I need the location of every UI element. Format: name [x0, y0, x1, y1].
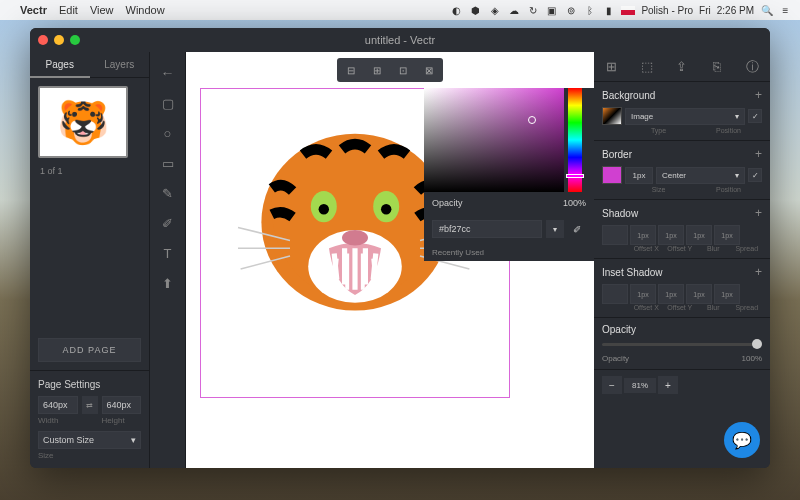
- pencil-tool-icon[interactable]: ✐: [155, 210, 181, 236]
- clock-time[interactable]: 2:26 PM: [717, 5, 754, 16]
- minimize-window-icon[interactable]: [54, 35, 64, 45]
- shadow-offset-x-input[interactable]: 1px: [630, 225, 656, 245]
- recently-used-label: Recently Used: [424, 244, 594, 261]
- zoom-value[interactable]: 81%: [624, 378, 656, 393]
- opacity-slider[interactable]: [602, 343, 762, 346]
- add-shadow-icon[interactable]: +: [755, 206, 762, 220]
- inset-shadow-color-swatch[interactable]: [602, 284, 628, 304]
- background-swatch[interactable]: [602, 107, 622, 125]
- keyboard-layout[interactable]: Polish - Pro: [641, 5, 693, 16]
- page-settings-title: Page Settings: [38, 379, 141, 390]
- shadow-color-swatch[interactable]: [602, 225, 628, 245]
- chevron-down-icon: ▾: [131, 435, 136, 445]
- color-picker: Opacity 100% #bf27cc ▾ ✐ Recently Used: [424, 88, 594, 261]
- size-preset-select[interactable]: Custom Size▾: [38, 431, 141, 449]
- clock-day[interactable]: Fri: [699, 5, 711, 16]
- bluetooth-icon[interactable]: ᛒ: [583, 4, 596, 17]
- align-middle-icon[interactable]: ⊡: [391, 60, 415, 80]
- aspect-lock-icon[interactable]: ⇄: [82, 396, 98, 414]
- saturation-cursor-icon[interactable]: [528, 116, 536, 124]
- opacity-percent: 100%: [742, 354, 762, 363]
- wifi-icon[interactable]: ⊚: [564, 4, 577, 17]
- add-inset-shadow-icon[interactable]: +: [755, 265, 762, 279]
- opacity-thumb-icon[interactable]: [752, 339, 762, 349]
- shadow-blur-input[interactable]: 1px: [686, 225, 712, 245]
- background-visible-checkbox[interactable]: ✓: [748, 109, 762, 123]
- eyedropper-icon[interactable]: ✐: [568, 220, 586, 238]
- tiger-thumbnail-icon: 🐯: [57, 98, 109, 147]
- right-panel: ⊞ ⬚ ⇪ ⎘ ⓘ Background + Image▾ ✓ TypePosi…: [594, 52, 770, 468]
- hex-input[interactable]: #bf27cc: [432, 220, 542, 238]
- inset-blur-input[interactable]: 1px: [686, 284, 712, 304]
- spotlight-icon[interactable]: 🔍: [760, 4, 773, 17]
- add-border-icon[interactable]: +: [755, 147, 762, 161]
- saturation-area[interactable]: [424, 88, 564, 192]
- cloud-icon[interactable]: ☁: [507, 4, 520, 17]
- tray-icon[interactable]: ◐: [450, 4, 463, 17]
- hue-cursor-icon[interactable]: [566, 174, 584, 178]
- battery-icon[interactable]: ▮: [602, 4, 615, 17]
- pen-tool-icon[interactable]: ✎: [155, 180, 181, 206]
- window-title: untitled - Vectr: [365, 34, 435, 46]
- dropbox-icon[interactable]: ⬢: [469, 4, 482, 17]
- border-title: Border: [602, 149, 632, 160]
- rounded-rect-tool-icon[interactable]: ▭: [155, 150, 181, 176]
- background-title: Background: [602, 90, 655, 101]
- border-visible-checkbox[interactable]: ✓: [748, 168, 762, 182]
- macos-menubar: Vectr Edit View Window ◐ ⬢ ◈ ☁ ↻ ▣ ⊚ ᛒ ▮…: [0, 0, 800, 20]
- ellipse-tool-icon[interactable]: ○: [155, 120, 181, 146]
- app-name[interactable]: Vectr: [20, 4, 47, 16]
- zoom-in-button[interactable]: +: [658, 376, 678, 394]
- width-input[interactable]: 640px: [38, 396, 78, 414]
- inset-spread-input[interactable]: 1px: [714, 284, 740, 304]
- menu-edit[interactable]: Edit: [59, 4, 78, 16]
- text-tool-icon[interactable]: T: [155, 240, 181, 266]
- border-color-swatch[interactable]: [602, 166, 622, 184]
- canvas[interactable]: ⊟ ⊞ ⊡ ⊠: [186, 52, 594, 468]
- grid-icon[interactable]: ⊞: [599, 56, 625, 78]
- image-icon[interactable]: ⬚: [634, 56, 660, 78]
- border-size-input[interactable]: 1px: [625, 167, 653, 184]
- airplay-icon[interactable]: ▣: [545, 4, 558, 17]
- hue-slider[interactable]: [568, 88, 582, 192]
- tab-layers[interactable]: Layers: [90, 52, 150, 78]
- upload-tool-icon[interactable]: ⬆: [155, 270, 181, 296]
- add-page-button[interactable]: ADD PAGE: [38, 338, 141, 362]
- zoom-window-icon[interactable]: [70, 35, 80, 45]
- shadow-spread-input[interactable]: 1px: [714, 225, 740, 245]
- zoom-out-button[interactable]: −: [602, 376, 622, 394]
- notification-center-icon[interactable]: ≡: [779, 4, 792, 17]
- width-label: Width: [38, 416, 78, 425]
- close-window-icon[interactable]: [38, 35, 48, 45]
- info-icon[interactable]: ⓘ: [739, 56, 765, 78]
- hex-dropdown-icon[interactable]: ▾: [546, 220, 564, 238]
- menu-window[interactable]: Window: [126, 4, 165, 16]
- shadow-offset-y-input[interactable]: 1px: [658, 225, 684, 245]
- chat-support-icon[interactable]: 💬: [724, 422, 760, 458]
- height-label: Height: [102, 416, 142, 425]
- page-thumbnail[interactable]: 🐯: [38, 86, 128, 158]
- back-arrow-icon[interactable]: ←: [155, 60, 181, 86]
- tab-pages[interactable]: Pages: [30, 52, 90, 78]
- inset-offset-y-input[interactable]: 1px: [658, 284, 684, 304]
- border-align-select[interactable]: Center▾: [656, 167, 745, 184]
- add-background-icon[interactable]: +: [755, 88, 762, 102]
- svg-point-6: [342, 230, 368, 246]
- inset-shadow-title: Inset Shadow: [602, 267, 663, 278]
- align-left-icon[interactable]: ⊟: [339, 60, 363, 80]
- align-right-icon[interactable]: ⊠: [417, 60, 441, 80]
- background-type-select[interactable]: Image▾: [625, 108, 745, 125]
- tray-icon[interactable]: ↻: [526, 4, 539, 17]
- tray-icon[interactable]: ◈: [488, 4, 501, 17]
- rectangle-tool-icon[interactable]: ▢: [155, 90, 181, 116]
- page-settings: Page Settings 640px ⇄ 640px Width Height…: [30, 370, 149, 468]
- align-center-icon[interactable]: ⊞: [365, 60, 389, 80]
- inset-offset-x-input[interactable]: 1px: [630, 284, 656, 304]
- titlebar: untitled - Vectr: [30, 28, 770, 52]
- height-input[interactable]: 640px: [102, 396, 142, 414]
- export-icon[interactable]: ⇪: [669, 56, 695, 78]
- keyboard-flag-icon[interactable]: [621, 6, 635, 15]
- menu-view[interactable]: View: [90, 4, 114, 16]
- link-icon[interactable]: ⎘: [704, 56, 730, 78]
- size-label: Size: [38, 451, 141, 460]
